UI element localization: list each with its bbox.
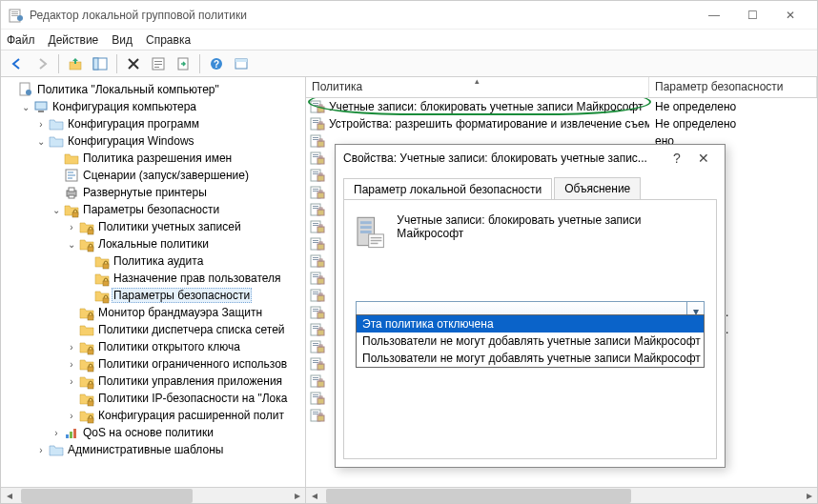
refresh-button[interactable] <box>231 53 252 74</box>
properties-button[interactable] <box>148 53 169 74</box>
policy-item-icon <box>310 220 325 233</box>
chevron-down-icon[interactable]: ⌄ <box>66 239 77 250</box>
tree-item[interactable]: ›Административные шаблоны <box>1 441 305 458</box>
scroll-left-icon[interactable]: ◂ <box>1 488 17 504</box>
chevron-right-icon[interactable]: › <box>66 376 77 387</box>
tree-item-label: Развернутые принтеры <box>81 186 209 199</box>
tree-item-label: Политики управления приложения <box>96 374 284 388</box>
tree-item[interactable]: Политика аудита <box>1 252 305 270</box>
tree-pane[interactable]: Политика "Локальный компьютер"⌄Конфигура… <box>1 77 306 503</box>
tree-item[interactable]: ›Политики управления приложения <box>1 373 305 390</box>
chevron-right-icon[interactable]: › <box>66 342 77 353</box>
tree-item[interactable]: ›Политики ограниченного использов <box>1 355 305 373</box>
dropdown-option[interactable]: Эта политика отключена <box>357 315 704 333</box>
back-button[interactable] <box>7 53 28 74</box>
dialog-help-button[interactable]: ? <box>664 147 690 170</box>
chevron-right-icon[interactable]: › <box>66 222 77 232</box>
column-header-security-param[interactable]: Параметр безопасности <box>649 77 817 97</box>
svg-rect-117 <box>313 362 318 363</box>
chevron-right-icon[interactable]: › <box>51 428 62 438</box>
policy-item-icon <box>310 134 325 148</box>
tree-item[interactable]: Сценарии (запуск/завершение) <box>1 167 305 184</box>
tree-item[interactable]: Политика разрешения имен <box>1 150 305 167</box>
tree-item-label: Политики открытого ключа <box>96 340 242 353</box>
policy-item-icon <box>310 374 325 388</box>
sort-indicator-icon: ▴ <box>475 77 480 86</box>
export-button[interactable] <box>173 53 194 74</box>
minimize-button[interactable]: — <box>695 1 733 30</box>
svg-rect-9 <box>154 61 162 62</box>
chevron-right-icon[interactable]: › <box>66 359 77 370</box>
scroll-thumb[interactable] <box>326 489 631 503</box>
menu-view[interactable]: Вид <box>112 33 133 47</box>
svg-rect-62 <box>313 173 318 174</box>
tree-scrollbar-h[interactable]: ◂ ▸ <box>1 487 305 503</box>
svg-rect-3 <box>11 15 18 16</box>
chevron-down-icon[interactable]: ⌄ <box>35 136 47 147</box>
help-button[interactable]: ? <box>206 53 227 74</box>
maximize-button[interactable]: ☐ <box>733 1 771 30</box>
tree-item-label: Административные шаблоны <box>66 443 225 456</box>
scroll-right-icon[interactable]: ▸ <box>289 488 305 504</box>
svg-rect-96 <box>313 292 318 292</box>
tree-item[interactable]: ›Политики открытого ключа <box>1 338 305 355</box>
policy-row[interactable]: Устройства: разрешить форматирование и и… <box>306 115 817 132</box>
tree-item[interactable]: Политика "Локальный компьютер" <box>1 81 305 98</box>
tree-item[interactable]: ⌄Конфигурация Windows <box>1 132 305 150</box>
folder-lock-icon <box>79 219 94 234</box>
column-header-policy[interactable]: Политика▴ <box>306 77 649 97</box>
chevron-right-icon[interactable]: › <box>66 411 77 421</box>
show-hide-tree-button[interactable] <box>90 53 111 74</box>
svg-rect-31 <box>88 315 93 320</box>
policy-item-icon <box>310 254 325 268</box>
up-button[interactable] <box>65 53 86 74</box>
list-scrollbar-h[interactable]: ◂ ▸ <box>306 487 817 503</box>
tree-item[interactable]: ›Конфигурация программ <box>1 115 305 132</box>
tree-item[interactable]: Параметры безопасности <box>1 287 305 304</box>
tree-item[interactable]: Политики IP-безопасности на "Лока <box>1 390 305 407</box>
tree-item[interactable]: Развернутые принтеры <box>1 184 305 201</box>
menu-action[interactable]: Действие <box>49 33 99 47</box>
dialog-close-button[interactable]: ✕ <box>690 147 717 170</box>
folder-icon <box>79 322 94 337</box>
svg-rect-140 <box>371 237 382 238</box>
tree-item[interactable]: ⌄Параметры безопасности <box>1 201 305 218</box>
chevron-right-icon[interactable]: › <box>35 119 47 130</box>
delete-button[interactable] <box>123 53 144 74</box>
menu-help[interactable]: Справка <box>146 33 191 47</box>
folder-lock-icon <box>79 408 94 423</box>
policy-item-icon <box>310 272 325 285</box>
scroll-right-icon[interactable]: ▸ <box>801 488 817 504</box>
chevron-down-icon[interactable]: ⌄ <box>20 102 31 112</box>
scroll-thumb[interactable] <box>21 489 193 503</box>
close-button[interactable]: ✕ <box>771 1 809 30</box>
svg-rect-106 <box>313 326 318 327</box>
tree-item[interactable]: ›QoS на основе политики <box>1 424 305 441</box>
tree-item[interactable]: Политики диспетчера списка сетей <box>1 321 305 338</box>
svg-rect-24 <box>69 195 74 198</box>
dropdown-option[interactable]: Пользователи не могут добавлять учетные … <box>357 333 704 350</box>
tree-item[interactable]: ⌄Конфигурация компьютера <box>1 98 305 115</box>
tree-item[interactable]: Назначение прав пользователя <box>1 270 305 287</box>
policy-row[interactable]: Учетные записи: блокировать учетные запи… <box>306 98 817 115</box>
folder-lock-icon <box>94 271 110 286</box>
tree-item[interactable]: ›Политики учетных записей <box>1 218 305 235</box>
tab-explanation[interactable]: Объяснение <box>554 177 641 199</box>
chevron-right-icon[interactable]: › <box>35 445 47 455</box>
tree-item[interactable]: ⌄Локальные политики <box>1 235 305 252</box>
chevron-down-icon[interactable]: ⌄ <box>51 205 62 215</box>
svg-rect-66 <box>313 189 318 190</box>
tree-item[interactable]: ›Конфигурация расширенной полит <box>1 407 305 424</box>
forward-button[interactable] <box>31 53 52 74</box>
menu-file[interactable]: Файл <box>7 33 35 47</box>
svg-rect-33 <box>88 367 93 372</box>
scroll-left-icon[interactable]: ◂ <box>306 488 322 504</box>
tab-local-security-param[interactable]: Параметр локальной безопасности <box>343 178 552 200</box>
folder-lock-icon <box>64 202 79 217</box>
folder-blue-icon <box>49 133 64 149</box>
svg-rect-81 <box>313 240 318 241</box>
svg-rect-56 <box>313 154 318 155</box>
dropdown-option[interactable]: Пользователи не могут добавлять учетные … <box>357 350 704 367</box>
svg-rect-30 <box>103 298 109 303</box>
tree-item[interactable]: Монитор брандмауэра Защитн <box>1 304 305 321</box>
